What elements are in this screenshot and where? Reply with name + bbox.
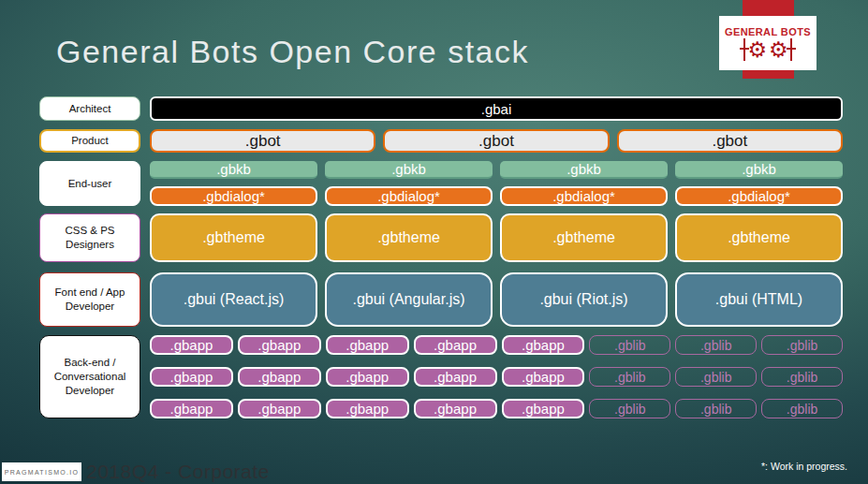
label-designers-line2: Designers bbox=[66, 238, 114, 252]
box-gbkb: .gbkb bbox=[325, 161, 493, 179]
box-gbui-html: .gbui (HTML) bbox=[675, 272, 843, 327]
label-frontend-line1: Font end / App bbox=[55, 286, 125, 300]
row-architect: Architect .gbai bbox=[39, 96, 843, 121]
box-gbapp: .gbapp bbox=[326, 399, 409, 418]
box-gbtheme: .gbtheme bbox=[150, 213, 317, 262]
box-gbapp: .gbapp bbox=[414, 335, 497, 355]
label-backend: Back-end / Conversational Developer bbox=[39, 335, 140, 418]
box-gbtheme: .gbtheme bbox=[675, 213, 843, 262]
box-gbui-react: .gbui (React.js) bbox=[150, 272, 317, 327]
box-gblib: .gblib bbox=[761, 367, 843, 387]
box-gbdialog: .gbdialog* bbox=[150, 186, 317, 206]
box-gbapp: .gbapp bbox=[150, 399, 233, 418]
box-gbapp: .gbapp bbox=[150, 335, 233, 355]
box-gbapp: .gbapp bbox=[238, 367, 321, 387]
box-gbot: .gbot bbox=[150, 129, 375, 153]
box-gbapp: .gbapp bbox=[150, 367, 233, 387]
label-backend-line3: Developer bbox=[66, 384, 114, 398]
box-gblib: .gblib bbox=[761, 335, 843, 355]
logo-brand-text: GENERAL BOTS bbox=[725, 26, 811, 37]
box-gbkb: .gbkb bbox=[150, 161, 317, 179]
box-gbdialog: .gbdialog* bbox=[500, 186, 668, 206]
page-title: General Bots Open Core stack bbox=[56, 34, 529, 70]
box-gbot: .gbot bbox=[617, 129, 843, 153]
pragmatismo-badge: PRAGMATISMO.IO bbox=[2, 462, 81, 481]
gears-icon: ⚙ ⚙ bbox=[743, 38, 791, 61]
box-gbapp: .gbapp bbox=[414, 399, 497, 418]
box-gblib: .gblib bbox=[675, 335, 757, 355]
row-gbkb: .gbkb .gbkb .gbkb .gbkb bbox=[150, 161, 843, 179]
box-gblib: .gblib bbox=[589, 335, 670, 355]
box-gblib: .gblib bbox=[675, 367, 757, 387]
box-gbkb: .gbkb bbox=[500, 161, 668, 179]
row-gbui-content: .gbui (React.js) .gbui (Angular.js) .gbu… bbox=[150, 272, 843, 327]
row-product-content: .gbot .gbot .gbot bbox=[150, 129, 843, 153]
block-end-user-content: .gbkb .gbkb .gbkb .gbkb .gbdialog* .gbdi… bbox=[150, 161, 843, 206]
box-gbapp: .gbapp bbox=[502, 335, 585, 355]
block-backend-content: .gbapp .gbapp .gbapp .gbapp .gbapp .gbli… bbox=[150, 335, 843, 418]
box-gblib: .gblib bbox=[589, 399, 670, 418]
row-gbui: Font end / App Developer .gbui (React.js… bbox=[39, 272, 843, 327]
box-gbapp: .gbapp bbox=[502, 399, 585, 418]
box-gbapp: .gbapp bbox=[502, 367, 585, 387]
label-backend-line1: Back-end / bbox=[65, 356, 116, 370]
box-gbapp: .gbapp bbox=[238, 399, 321, 418]
box-gbai: .gbai bbox=[150, 96, 843, 121]
label-end-user: End-user bbox=[39, 161, 140, 206]
label-architect: Architect bbox=[39, 96, 140, 121]
box-gbkb: .gbkb bbox=[675, 161, 843, 179]
row-product: Product .gbot .gbot .gbot bbox=[39, 129, 843, 153]
box-gbui-angular: .gbui (Angular.js) bbox=[325, 272, 493, 327]
gear-bar-right-icon bbox=[790, 38, 792, 61]
box-gbtheme: .gbtheme bbox=[325, 213, 493, 262]
box-gbapp: .gbapp bbox=[326, 367, 409, 387]
row-backend-1: .gbapp .gbapp .gbapp .gbapp .gbapp .gbli… bbox=[150, 335, 843, 355]
label-frontend-line2: Developer bbox=[66, 300, 114, 314]
label-designers: CSS & PS Designers bbox=[39, 213, 140, 262]
row-gbtheme-content: .gbtheme .gbtheme .gbtheme .gbtheme bbox=[150, 213, 843, 262]
box-gbapp: .gbapp bbox=[238, 335, 321, 355]
row-backend-3: .gbapp .gbapp .gbapp .gbapp .gbapp .gbli… bbox=[150, 399, 843, 418]
box-gbot: .gbot bbox=[383, 129, 609, 153]
box-gbapp: .gbapp bbox=[414, 367, 497, 387]
box-gbtheme: .gbtheme bbox=[500, 213, 668, 262]
box-gbapp: .gbapp bbox=[326, 335, 409, 355]
gear-icon: ⚙ bbox=[769, 39, 788, 60]
label-backend-line2: Conversational bbox=[54, 370, 126, 384]
label-frontend: Font end / App Developer bbox=[39, 272, 140, 327]
footer-caption: 2018Q4 - Corporate bbox=[86, 461, 270, 483]
box-gblib: .gblib bbox=[761, 399, 843, 418]
general-bots-logo: GENERAL BOTS ⚙ ⚙ bbox=[719, 16, 817, 70]
gear-icon: ⚙ bbox=[747, 39, 767, 60]
gear-bar-left-icon bbox=[743, 38, 745, 61]
block-backend: Back-end / Conversational Developer .gba… bbox=[39, 335, 843, 418]
box-gblib: .gblib bbox=[675, 399, 757, 418]
block-end-user: End-user .gbkb .gbkb .gbkb .gbkb .gbdial… bbox=[39, 161, 843, 206]
row-gbtheme: CSS & PS Designers .gbtheme .gbtheme .gb… bbox=[39, 213, 843, 262]
row-architect-content: .gbai bbox=[150, 96, 843, 121]
label-designers-line1: CSS & PS bbox=[65, 224, 114, 238]
box-gbdialog: .gbdialog* bbox=[325, 186, 493, 206]
row-backend-2: .gbapp .gbapp .gbapp .gbapp .gbapp .gbli… bbox=[150, 367, 843, 387]
box-gbui-riot: .gbui (Riot.js) bbox=[500, 272, 668, 327]
slide: General Bots Open Core stack GENERAL BOT… bbox=[0, 0, 868, 484]
box-gblib: .gblib bbox=[589, 367, 670, 387]
stack-diagram: Architect .gbai Product .gbot .gbot .gbo… bbox=[39, 96, 843, 418]
box-gbdialog: .gbdialog* bbox=[675, 186, 843, 206]
work-in-progress-note: *: Work in progress. bbox=[761, 461, 847, 472]
row-gbdialog: .gbdialog* .gbdialog* .gbdialog* .gbdial… bbox=[150, 186, 843, 206]
label-product: Product bbox=[39, 129, 140, 153]
